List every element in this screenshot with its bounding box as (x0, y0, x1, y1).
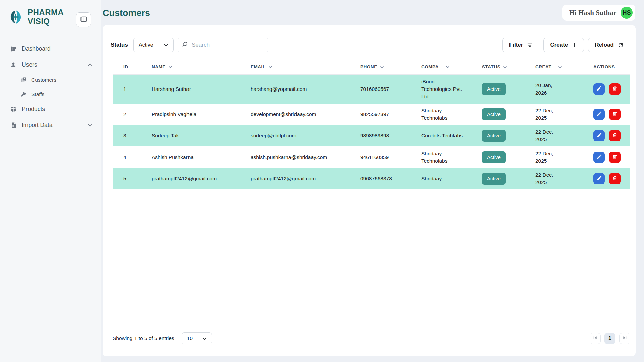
column-header-status[interactable]: STATUS (482, 60, 535, 74)
trash-icon (612, 111, 618, 117)
pencil-icon (597, 176, 602, 182)
column-header-name[interactable]: NAME (152, 60, 251, 74)
cell-name: Pradipsinh Vaghela (152, 104, 251, 125)
delete-button[interactable] (609, 152, 621, 163)
edit-button[interactable] (593, 152, 605, 163)
status-select[interactable]: Active (133, 38, 174, 52)
create-button-label: Create (550, 42, 568, 48)
search-input[interactable] (192, 42, 266, 48)
customers-card: Status Active Filter (103, 25, 636, 356)
trash-icon (612, 154, 618, 160)
column-header-email[interactable]: EMAIL (251, 60, 360, 74)
user-menu[interactable]: Hi Hash Suthar HS (562, 5, 635, 21)
status-badge: Active (482, 108, 506, 120)
cell-name: Harshang Suthar (152, 74, 251, 104)
cell-id: 4 (113, 146, 152, 168)
box-icon (10, 106, 17, 113)
cell-created: 22 Dec, 2025 (535, 146, 593, 168)
cell-phone: 9461160359 (360, 146, 421, 168)
sort-chevron-icon[interactable] (168, 65, 173, 69)
sort-chevron-icon[interactable] (268, 65, 273, 69)
delete-button[interactable] (609, 83, 621, 95)
dashboard-icon (10, 46, 17, 52)
cell-actions (593, 168, 630, 189)
greeting-text: Hi Hash Suthar (569, 9, 616, 17)
sidebar-item-dashboard[interactable]: Dashboard (0, 41, 101, 57)
sidebar-item-customers[interactable]: Customers (0, 73, 101, 87)
page-size-select[interactable]: 10 (182, 332, 212, 344)
sidebar-item-users[interactable]: Users (0, 57, 101, 73)
cell-phone: 9898989898 (360, 125, 421, 146)
column-header-created[interactable]: CREAT... (535, 60, 593, 74)
cell-phone: 09687668378 (360, 168, 421, 189)
cell-name: Sudeep Tak (152, 125, 251, 146)
trash-icon (612, 133, 618, 139)
plus-icon (572, 42, 577, 48)
reload-button[interactable]: Reload (588, 38, 630, 52)
column-header-company[interactable]: COMPA... (421, 60, 482, 74)
avatar[interactable]: HS (621, 7, 633, 19)
sidebar-item-label: Staffs (31, 91, 44, 97)
chevron-down-icon (202, 336, 207, 341)
column-header-id[interactable]: ID (113, 60, 152, 74)
status-badge: Active (482, 83, 506, 95)
create-button[interactable]: Create (543, 38, 584, 52)
sidebar-menu: Dashboard Users (0, 41, 101, 133)
user-icon (10, 62, 17, 68)
sidebar-item-products[interactable]: Products (0, 101, 101, 117)
search-box (178, 38, 268, 52)
panel-toggle-icon (80, 16, 87, 24)
cell-status: Active (482, 146, 535, 168)
pencil-icon (597, 111, 602, 117)
edit-button[interactable] (593, 109, 605, 120)
edit-button[interactable] (593, 83, 605, 95)
status-badge: Active (482, 130, 506, 142)
search-icon (182, 41, 188, 49)
column-header-actions: ACTIONS (593, 60, 630, 74)
last-page-button[interactable] (619, 333, 630, 344)
wrench-icon (21, 91, 27, 97)
first-page-button[interactable] (590, 333, 601, 344)
table-row: 4 Ashish Pushkarna ashish.pushkarna@shri… (113, 146, 630, 168)
sort-chevron-icon[interactable] (445, 65, 450, 69)
chevron-down-icon (163, 42, 169, 48)
sidebar-toggle-button[interactable] (76, 12, 91, 27)
sort-chevron-icon[interactable] (380, 65, 384, 69)
column-header-phone[interactable]: PHONE (360, 60, 421, 74)
filter-button[interactable]: Filter (502, 38, 540, 52)
delete-button[interactable] (609, 130, 621, 141)
cell-email: sudeep@cbtlpl.com (251, 125, 360, 146)
sort-chevron-icon[interactable] (503, 65, 507, 69)
chevron-up-icon (88, 62, 93, 67)
status-label: Status (111, 42, 128, 48)
pharma-visiq-logo-icon (8, 9, 23, 25)
cell-id: 5 (113, 168, 152, 189)
cell-name: prathamptl2412@gmail.com (152, 168, 251, 189)
sidebar-item-label: Customers (31, 77, 56, 83)
sidebar-item-label: Products (22, 106, 45, 113)
sidebar-item-import-data[interactable]: Import Data (0, 117, 101, 133)
pencil-icon (597, 86, 602, 92)
cell-status: Active (482, 104, 535, 125)
reload-button-label: Reload (595, 42, 614, 48)
delete-button[interactable] (609, 109, 621, 120)
last-page-icon (623, 336, 627, 341)
sort-chevron-icon[interactable] (558, 65, 562, 69)
cell-email: harshang@yopmail.com (251, 74, 360, 104)
page-number-button[interactable]: 1 (604, 333, 615, 344)
cell-company: Curebits Techlabs (421, 125, 482, 146)
cell-id: 1 (113, 74, 152, 104)
table-row: 1 Harshang Suthar harshang@yopmail.com 7… (113, 74, 630, 104)
cell-created: 20 Jan, 2026 (535, 74, 593, 104)
cell-actions (593, 74, 630, 104)
sidebar-item-staffs[interactable]: Staffs (0, 87, 101, 101)
table-row: 5 prathamptl2412@gmail.com prathamptl241… (113, 168, 630, 189)
cell-id: 2 (113, 104, 152, 125)
status-select-value: Active (139, 42, 153, 48)
edit-button[interactable] (593, 173, 605, 184)
delete-button[interactable] (609, 173, 621, 184)
cell-email: ashish.pushkarna@shridaay.com (251, 146, 360, 168)
edit-button[interactable] (593, 130, 605, 141)
status-badge: Active (482, 173, 506, 185)
table-header-row: ID NAME EMAIL (113, 60, 630, 74)
